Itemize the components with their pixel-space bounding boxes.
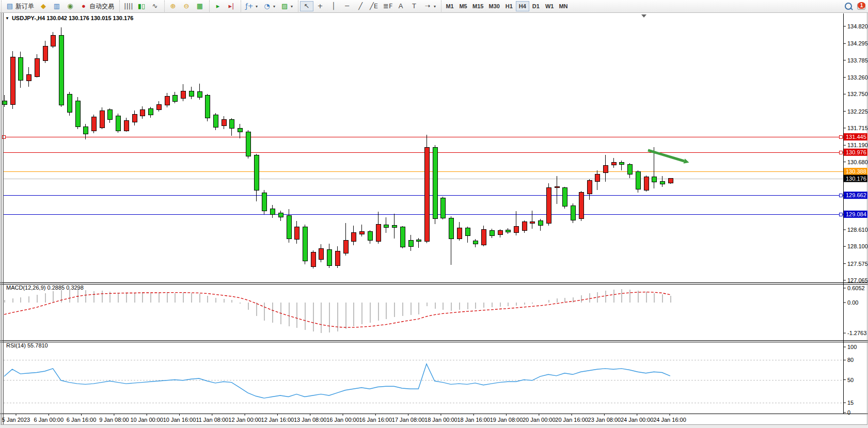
timeframe-d1-button[interactable]: D1 (529, 1, 543, 11)
fibonacci-tool-button[interactable]: ≣F (381, 1, 394, 11)
arrows-tool-button[interactable]: ➝ ▾ (421, 1, 438, 11)
toolbar: ▤ 新订单 ◆ ▥ ◉ ● 自动交易 |||| ▮▯ ∿ ⊕ ⊖ (0, 0, 868, 13)
timeframe-m30-button[interactable]: M30 (486, 1, 502, 11)
svg-text:129.084: 129.084 (846, 211, 866, 217)
equidistant-channel-icon: ╱E (370, 2, 378, 10)
new-order-button[interactable]: ▤ 新订单 (3, 1, 37, 11)
svg-text:23 Jan 08:00: 23 Jan 08:00 (588, 417, 621, 423)
svg-text:-1.2763: -1.2763 (847, 330, 866, 336)
svg-text:130.388: 130.388 (846, 168, 866, 175)
channel-tool-button[interactable]: ╱E (367, 1, 381, 11)
svg-text:131.190: 131.190 (847, 142, 868, 148)
svg-text:16 Jan 16:00: 16 Jan 16:00 (359, 417, 392, 423)
zoom-out-button[interactable]: ⊖ (180, 1, 193, 11)
svg-text:80: 80 (847, 357, 854, 363)
signals-button[interactable]: ◉ (64, 1, 77, 11)
candlestick-chart-button[interactable]: ▮▯ (135, 1, 148, 11)
indicators-button[interactable]: ƒ+ ▾ (243, 1, 260, 11)
market-watch-button[interactable]: ▥ (50, 1, 64, 11)
svg-text:127.575: 127.575 (847, 261, 868, 267)
zoom-in-icon: ⊕ (169, 2, 177, 10)
horizontal-line-tool-button[interactable]: ─ (340, 1, 354, 11)
svg-text:16 Jan 00:00: 16 Jan 00:00 (326, 417, 359, 423)
chart-title-bar[interactable]: ▼ USDJPY-,H4 130.042 130.176 130.015 130… (5, 15, 133, 21)
svg-text:10 Jan 16:00: 10 Jan 16:00 (163, 417, 196, 423)
autotrading-button[interactable]: ● 自动交易 (77, 1, 117, 11)
svg-text:15: 15 (847, 400, 854, 406)
timeframe-h1-button[interactable]: H1 (502, 1, 516, 11)
fibonacci-icon: ≣F (383, 2, 391, 10)
svg-text:11 Jan 08:00: 11 Jan 08:00 (196, 417, 228, 423)
chart-shift-icon: ▸| (227, 2, 235, 10)
toolbar-drawing-group: ↖ + │ ─ ╱ ╱E ≣F A T ➝ ▾ (298, 1, 440, 12)
rsi-value: 55.7810 (27, 342, 48, 348)
candlestick-chart-icon: ▮▯ (137, 2, 146, 10)
svg-text:19 Jan 08:00: 19 Jan 08:00 (490, 417, 523, 423)
auto-scroll-icon: ▸ (214, 2, 222, 10)
toolbar-charttype-group: |||| ▮▯ ∿ (119, 1, 163, 12)
mt4-application: ▤ 新订单 ◆ ▥ ◉ ● 自动交易 |||| ▮▯ ∿ ⊕ ⊖ (0, 0, 868, 428)
tile-windows-button[interactable]: ▦ (193, 1, 207, 11)
timeframe-mn-button[interactable]: MN (556, 1, 570, 11)
toolbar-scroll-group: ▸ ▸| (209, 1, 240, 12)
timeframe-m1-button[interactable]: M1 (443, 1, 456, 11)
price-chart[interactable]: 134.820134.295133.785133.260132.750132.2… (0, 0, 868, 428)
text-tool-button[interactable]: A (394, 1, 407, 11)
svg-text:20 Jan 16:00: 20 Jan 16:00 (555, 417, 588, 423)
svg-text:130.176: 130.176 (846, 176, 866, 182)
timeframe-w1-button[interactable]: W1 (543, 1, 557, 11)
svg-text:134.295: 134.295 (847, 40, 868, 46)
templates-button[interactable]: ▨ ▾ (278, 1, 295, 11)
zoom-out-icon: ⊖ (182, 2, 191, 10)
svg-text:0.00: 0.00 (847, 299, 858, 306)
macd-name: MACD(12,26,9) (6, 284, 45, 291)
crosshair-icon: + (316, 2, 324, 10)
timeframe-m15-button[interactable]: M15 (470, 1, 486, 11)
arrows-icon: ➝ (423, 2, 432, 10)
cursor-icon: ↖ (303, 2, 311, 10)
symbol-dropdown-caret-icon: ▼ (5, 16, 9, 21)
cursor-tool-button[interactable]: ↖ (300, 1, 313, 11)
crosshair-tool-button[interactable]: + (313, 1, 327, 11)
chart-shift-button[interactable]: ▸| (225, 1, 238, 11)
search-button[interactable] (842, 1, 855, 11)
zoom-in-button[interactable]: ⊕ (166, 1, 180, 11)
timeframe-h4-button[interactable]: H4 (516, 1, 529, 11)
new-order-icon: ▤ (6, 2, 14, 10)
svg-text:128.100: 128.100 (847, 243, 868, 249)
svg-text:100: 100 (847, 344, 857, 350)
autotrading-icon: ● (80, 2, 88, 10)
new-order-label: 新订单 (15, 2, 34, 11)
line-chart-button[interactable]: ∿ (148, 1, 162, 11)
chevron-down-icon: ▾ (256, 4, 258, 9)
macd-signal-value: 0.3298 (66, 284, 84, 291)
chat-button[interactable]: 1 (855, 1, 868, 11)
tile-windows-icon: ▦ (196, 2, 204, 10)
svg-text:0.6052: 0.6052 (847, 285, 865, 291)
svg-text:0: 0 (847, 409, 850, 416)
toolbar-timeframes-group: M1 M5 M15 M30 H1 H4 D1 W1 MN (441, 1, 572, 12)
text-label-tool-button[interactable]: T (407, 1, 421, 11)
svg-text:130.680: 130.680 (847, 159, 868, 165)
svg-text:134.820: 134.820 (847, 23, 868, 29)
chevron-down-icon: ▾ (291, 4, 293, 9)
text-icon: A (397, 2, 405, 10)
indicators-icon: ƒ+ (245, 2, 254, 10)
svg-text:24 Jan 16:00: 24 Jan 16:00 (653, 417, 686, 423)
trendline-tool-button[interactable]: ╱ (354, 1, 367, 11)
timeframe-m5-button[interactable]: M5 (456, 1, 470, 11)
metaeditor-button[interactable]: ◆ (37, 1, 50, 11)
auto-scroll-button[interactable]: ▸ (211, 1, 225, 11)
search-icon (845, 3, 852, 10)
clock-icon: ◔ (263, 2, 271, 10)
svg-text:133.260: 133.260 (847, 74, 868, 81)
svg-text:133.785: 133.785 (847, 57, 868, 64)
vertical-line-tool-button[interactable]: │ (327, 1, 340, 11)
chart-title-text: USDJPY-,H4 130.042 130.176 130.015 130.1… (12, 15, 133, 21)
signals-icon: ◉ (66, 2, 74, 10)
rsi-name: RSI(14) (6, 342, 26, 348)
periods-button[interactable]: ◔ ▾ (260, 1, 278, 11)
svg-text:18 Jan 16:00: 18 Jan 16:00 (457, 417, 490, 423)
svg-text:131.715: 131.715 (847, 125, 868, 131)
bar-chart-button[interactable]: |||| (121, 1, 135, 11)
